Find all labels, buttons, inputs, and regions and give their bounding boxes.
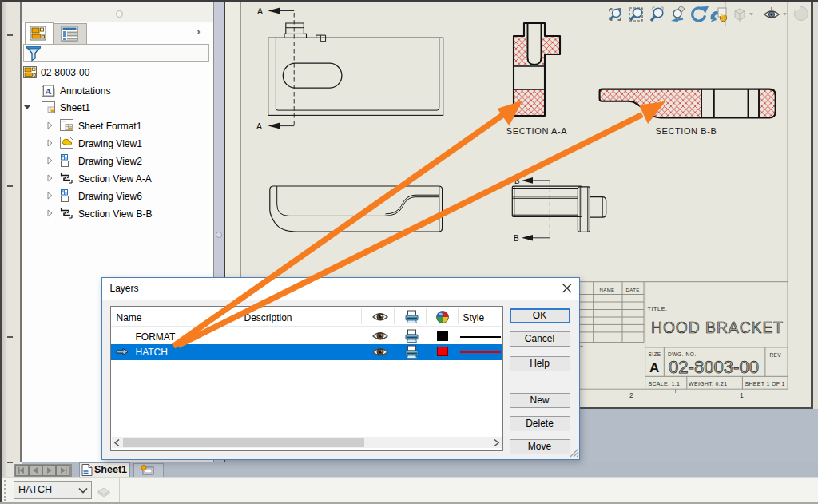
svg-text:A: A: [257, 6, 263, 16]
svg-text:DWG. NO.: DWG. NO.: [668, 351, 697, 357]
svg-text:SHEET 1 OF 1: SHEET 1 OF 1: [745, 381, 785, 387]
svg-text:DATE: DATE: [626, 288, 640, 292]
svg-text:2: 2: [629, 391, 633, 399]
svg-text:A: A: [649, 360, 659, 375]
svg-text:REV: REV: [770, 352, 782, 358]
svg-text:TITLE:: TITLE:: [648, 306, 668, 312]
svg-text:SECTION A-A: SECTION A-A: [506, 126, 567, 136]
svg-text:HOOD BRACKET: HOOD BRACKET: [651, 319, 784, 336]
svg-text:WEIGHT: 0.21: WEIGHT: 0.21: [689, 381, 727, 387]
svg-text:1: 1: [740, 391, 744, 399]
svg-text:SCALE: 1:1: SCALE: 1:1: [649, 381, 681, 387]
svg-text:B: B: [514, 234, 519, 243]
svg-text:NAME: NAME: [600, 288, 615, 292]
svg-text:02-8003-00: 02-8003-00: [669, 358, 759, 377]
svg-text:SIZE: SIZE: [649, 351, 661, 357]
svg-text:A: A: [46, 86, 52, 96]
svg-text:SECTION B-B: SECTION B-B: [656, 126, 717, 136]
svg-text:A: A: [256, 121, 262, 131]
svg-text:B: B: [514, 177, 520, 185]
